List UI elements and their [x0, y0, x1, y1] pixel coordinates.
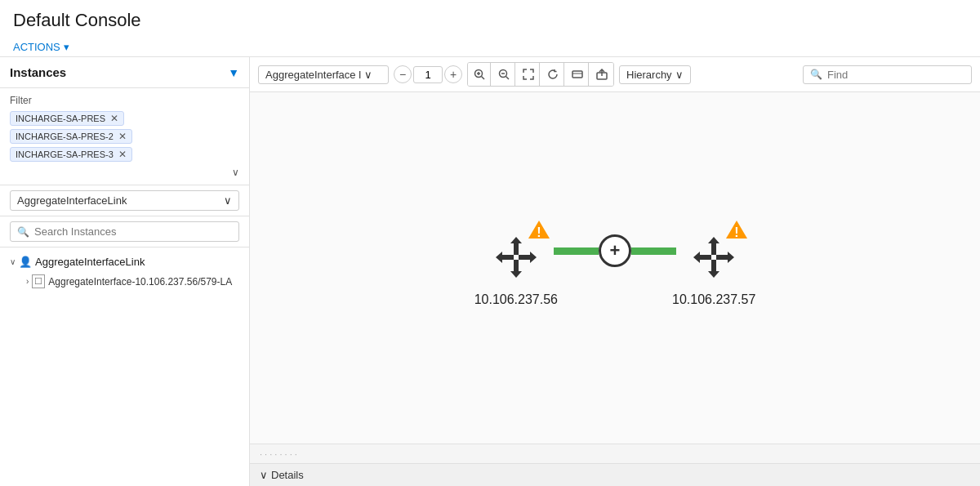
details-bar[interactable]: ∨ Details	[250, 463, 980, 486]
node-1-icon-wrapper: !	[488, 229, 545, 286]
svg-marker-14	[519, 252, 537, 263]
tree-item-icon: ☐	[32, 274, 45, 288]
class-dropdown-label: AggregateInterfaceLink	[17, 194, 127, 207]
actions-button[interactable]: ACTIONS ▾	[13, 38, 967, 56]
tree-section: ∨ 👤 AggregateInterfaceLink › ☐ Aggregate…	[0, 247, 249, 486]
filter-tag-1-label: INCHARGE-SA-PRES	[16, 114, 105, 123]
refresh-icon-button[interactable]	[541, 63, 564, 86]
class-dropdown-chevron: ∨	[224, 194, 232, 207]
zoom-out-button[interactable]: −	[394, 65, 412, 83]
svg-text:!: !	[734, 225, 738, 239]
filter-tag-2-remove[interactable]: ✕	[118, 132, 127, 141]
filter-tag-2-label: INCHARGE-SA-PRES-2	[16, 132, 114, 141]
node-2-warning-badge: !	[724, 219, 749, 243]
filter-icon[interactable]: ▼	[228, 66, 239, 79]
tree-item-label: AggregateInterface-10.106.237.56/579-LA	[48, 276, 232, 288]
node-1-label: 10.106.237.56	[474, 292, 558, 307]
tree-group-header[interactable]: ∨ 👤 AggregateInterfaceLink	[0, 252, 249, 271]
zoom-in-icon-button[interactable]	[468, 63, 491, 86]
svg-line-5	[506, 77, 509, 80]
search-icon: 🔍	[17, 226, 29, 238]
node-1-warning-badge: !	[527, 219, 551, 243]
header: Default Console ACTIONS ▾	[0, 0, 980, 56]
network-node-1: !	[474, 229, 558, 307]
zoom-in-button[interactable]: +	[444, 65, 462, 83]
svg-marker-15	[510, 237, 522, 255]
tree-group-chevron: ∨	[10, 257, 16, 266]
network-node-2: ! 10.106.237.57	[672, 229, 755, 307]
svg-marker-22	[708, 260, 719, 278]
zoom-controls: − +	[394, 65, 462, 83]
filter-tag-2: INCHARGE-SA-PRES-2 ✕	[10, 129, 132, 144]
zoom-out-icon-button[interactable]	[492, 63, 515, 86]
node-2-label: 10.106.237.57	[672, 292, 755, 307]
filter-label: Filter	[10, 95, 239, 106]
hierarchy-button[interactable]: Hierarchy ∨	[619, 65, 691, 84]
svg-line-1	[481, 77, 484, 80]
find-input[interactable]	[827, 69, 964, 81]
filter-tag-1-remove[interactable]: ✕	[110, 114, 118, 123]
scroll-hint: · · · · · · · ·	[260, 449, 297, 459]
dropdown-section: AggregateInterfaceLink ∨	[0, 185, 249, 216]
svg-text:!: !	[537, 225, 541, 239]
main-area: Instances ▼ Filter INCHARGE-SA-PRES ✕ IN…	[0, 56, 980, 486]
tree-item[interactable]: › ☐ AggregateInterface-10.106.237.56/579…	[0, 271, 249, 292]
svg-marker-16	[510, 260, 522, 278]
svg-rect-7	[572, 71, 582, 78]
sidebar-title: Instances	[10, 65, 66, 79]
diagram: !	[250, 92, 980, 444]
map-icon-button[interactable]	[566, 63, 589, 86]
filter-tag-3-remove[interactable]: ✕	[118, 149, 127, 159]
sidebar-header: Instances ▼	[0, 57, 249, 88]
hierarchy-label: Hierarchy	[626, 69, 672, 81]
view-dropdown-label: AggregateInterface l	[265, 69, 361, 81]
details-label: ∨ Details	[260, 469, 304, 481]
view-icon-group	[467, 62, 614, 87]
connector-right	[631, 247, 676, 255]
sidebar: Instances ▼ Filter INCHARGE-SA-PRES ✕ IN…	[0, 57, 250, 486]
toolbar: AggregateInterface l ∨ − +	[250, 57, 980, 92]
find-icon: 🔍	[810, 69, 822, 80]
filter-section: Filter INCHARGE-SA-PRES ✕ INCHARGE-SA-PR…	[0, 88, 249, 185]
connector-left	[554, 247, 599, 255]
zoom-input[interactable]	[413, 66, 443, 83]
search-section: 🔍	[0, 216, 249, 247]
view-dropdown-chevron: ∨	[364, 69, 372, 81]
search-input[interactable]	[34, 225, 232, 238]
svg-marker-21	[708, 237, 719, 255]
tree-item-expand[interactable]: ›	[26, 277, 29, 286]
main-content: AggregateInterface l ∨ − +	[250, 57, 980, 486]
tree-group-label: AggregateInterfaceLink	[35, 256, 145, 268]
node-2-icon-wrapper: !	[685, 229, 742, 286]
filter-tags: INCHARGE-SA-PRES ✕ INCHARGE-SA-PRES-2 ✕ …	[10, 111, 239, 162]
bottom-bar: · · · · · · · ·	[250, 444, 980, 463]
hierarchy-chevron: ∨	[675, 69, 684, 81]
filter-expand-button[interactable]: ∨	[232, 167, 239, 178]
svg-marker-13	[496, 252, 514, 263]
fit-icon-button[interactable]	[517, 63, 540, 86]
filter-tag-3-label: INCHARGE-SA-PRES-3	[16, 149, 114, 159]
tree-group: ∨ 👤 AggregateInterfaceLink › ☐ Aggregate…	[0, 252, 249, 292]
app-title: Default Console	[13, 10, 967, 31]
find-box: 🔍	[803, 65, 972, 84]
view-dropdown[interactable]: AggregateInterface l ∨	[258, 65, 389, 84]
export-icon-button[interactable]	[590, 63, 613, 86]
search-box: 🔍	[10, 221, 239, 242]
center-node: +	[599, 234, 631, 267]
svg-marker-19	[693, 252, 711, 263]
tree-group-icon: 👤	[19, 256, 32, 268]
filter-tag-1: INCHARGE-SA-PRES ✕	[10, 111, 124, 126]
class-dropdown[interactable]: AggregateInterfaceLink ∨	[10, 190, 239, 211]
canvas-area[interactable]: !	[250, 92, 980, 444]
filter-tag-3: INCHARGE-SA-PRES-3 ✕	[10, 147, 132, 162]
app-container: Default Console ACTIONS ▾ Instances ▼ Fi…	[0, 0, 980, 486]
svg-marker-20	[716, 252, 734, 263]
